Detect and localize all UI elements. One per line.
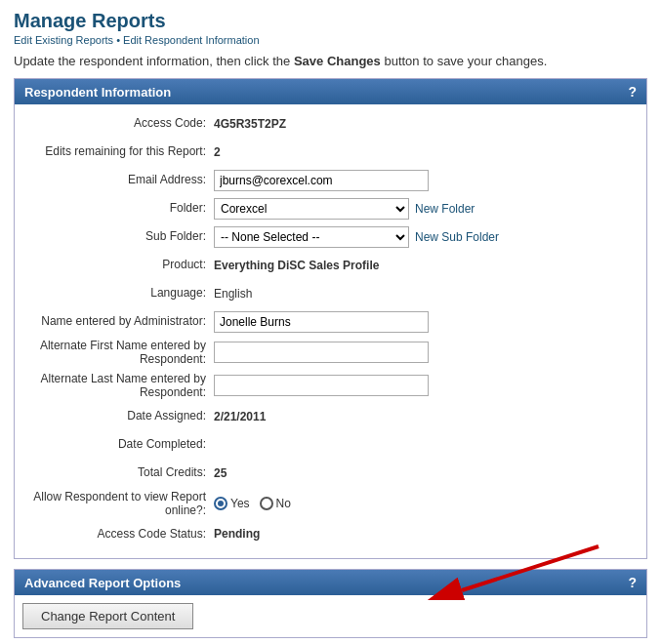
access-code-status-row: Access Code Status: Pending bbox=[19, 522, 642, 545]
email-input[interactable] bbox=[214, 170, 429, 191]
advanced-panel: Advanced Report Options ? Change Report … bbox=[14, 569, 647, 638]
allow-view-label: Allow Respondent to view Report online?: bbox=[19, 490, 214, 518]
product-row: Product: Everything DiSC Sales Profile bbox=[19, 254, 642, 277]
intro-bold: Save Changes bbox=[294, 54, 381, 68]
date-completed-label: Date Completed: bbox=[19, 437, 214, 453]
product-value: Everything DiSC Sales Profile bbox=[214, 259, 379, 272]
change-report-content-button[interactable]: Change Report Content bbox=[22, 603, 193, 629]
advanced-panel-header: Advanced Report Options ? bbox=[15, 570, 646, 595]
radio-no-circle[interactable] bbox=[260, 497, 273, 510]
access-code-row: Access Code: 4G5R35T2PZ bbox=[19, 112, 642, 136]
edits-remaining-label: Edits remaining for this Report: bbox=[19, 144, 214, 160]
alt-first-input[interactable] bbox=[214, 342, 429, 363]
new-subfolder-link[interactable]: New Sub Folder bbox=[415, 230, 499, 244]
name-admin-input[interactable] bbox=[214, 311, 429, 333]
folder-row: Folder: Corexcel New Folder bbox=[19, 197, 642, 221]
page-title: Manage Reports bbox=[14, 10, 647, 32]
subfolder-label: Sub Folder: bbox=[19, 229, 214, 245]
date-assigned-label: Date Assigned: bbox=[19, 409, 214, 424]
access-code-status-label: Access Code Status: bbox=[19, 527, 214, 543]
email-label: Email Address: bbox=[19, 173, 214, 188]
radio-no-option[interactable]: No bbox=[260, 497, 291, 510]
radio-yes-option[interactable]: Yes bbox=[214, 497, 250, 510]
allow-view-radio-group: Yes No bbox=[214, 497, 291, 510]
radio-no-label: No bbox=[276, 497, 291, 510]
advanced-panel-body: Change Report Content bbox=[15, 595, 646, 637]
access-code-value: 4G5R35T2PZ bbox=[214, 117, 286, 131]
name-admin-label: Name entered by Administrator: bbox=[19, 314, 214, 330]
product-label: Product: bbox=[19, 258, 214, 273]
respondent-panel-title: Respondent Information bbox=[24, 85, 171, 100]
new-folder-link[interactable]: New Folder bbox=[415, 202, 475, 216]
email-row: Email Address: bbox=[19, 169, 642, 192]
date-assigned-row: Date Assigned: 2/21/2011 bbox=[19, 405, 642, 428]
edits-remaining-value: 2 bbox=[214, 145, 221, 159]
alt-last-label: Alternate Last Name entered by Responden… bbox=[19, 372, 214, 400]
date-assigned-value: 2/21/2011 bbox=[214, 410, 266, 423]
respondent-panel-body: Access Code: 4G5R35T2PZ Edits remaining … bbox=[15, 104, 646, 558]
total-credits-value: 25 bbox=[214, 466, 227, 480]
advanced-panel-title: Advanced Report Options bbox=[24, 576, 181, 590]
language-value: English bbox=[214, 287, 252, 301]
name-admin-row: Name entered by Administrator: bbox=[19, 310, 642, 334]
language-label: Language: bbox=[19, 286, 214, 302]
respondent-panel: Respondent Information ? Access Code: 4G… bbox=[14, 78, 647, 559]
advanced-help-icon[interactable]: ? bbox=[628, 575, 637, 590]
advanced-section-wrapper: Advanced Report Options ? Change Report … bbox=[14, 569, 647, 638]
breadcrumb-link-2[interactable]: Edit Respondent Information bbox=[123, 34, 259, 46]
edits-remaining-row: Edits remaining for this Report: 2 bbox=[19, 141, 642, 164]
alt-last-row: Alternate Last Name entered by Responden… bbox=[19, 372, 642, 400]
breadcrumb: Edit Existing Reports • Edit Respondent … bbox=[14, 34, 647, 46]
folder-select[interactable]: Corexcel bbox=[214, 198, 409, 220]
access-code-label: Access Code: bbox=[19, 116, 214, 132]
total-credits-label: Total Credits: bbox=[19, 465, 214, 481]
alt-last-input[interactable] bbox=[214, 375, 429, 396]
respondent-help-icon[interactable]: ? bbox=[628, 84, 637, 100]
radio-yes-circle[interactable] bbox=[214, 497, 227, 510]
folder-label: Folder: bbox=[19, 201, 214, 217]
allow-view-row: Allow Respondent to view Report online?:… bbox=[19, 490, 642, 518]
subfolder-select[interactable]: -- None Selected -- bbox=[214, 226, 409, 248]
date-completed-row: Date Completed: bbox=[19, 433, 642, 457]
total-credits-row: Total Credits: 25 bbox=[19, 462, 642, 485]
radio-yes-label: Yes bbox=[230, 497, 250, 510]
respondent-panel-header: Respondent Information ? bbox=[15, 79, 646, 104]
breadcrumb-link-1[interactable]: Edit Existing Reports bbox=[14, 34, 113, 46]
alt-first-row: Alternate First Name entered by Responde… bbox=[19, 339, 642, 367]
language-row: Language: English bbox=[19, 282, 642, 305]
access-code-status-value: Pending bbox=[214, 527, 260, 541]
alt-first-label: Alternate First Name entered by Responde… bbox=[19, 339, 214, 367]
intro-text: Update the respondent information, then … bbox=[14, 54, 647, 68]
subfolder-row: Sub Folder: -- None Selected -- New Sub … bbox=[19, 225, 642, 249]
